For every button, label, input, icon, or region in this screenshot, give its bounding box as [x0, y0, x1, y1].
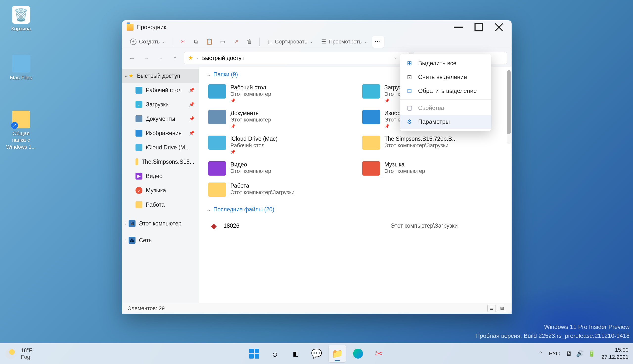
dropdown-icon[interactable]: ⌄ [394, 55, 397, 62]
shared-folder-label: Общая папка с Windows 1... [5, 130, 37, 150]
network-tray-icon[interactable]: 🖥 [566, 350, 572, 357]
clock[interactable]: 15:00 27.12.2021 [601, 346, 628, 360]
sidebar-pictures[interactable]: Изображения📌 [122, 126, 199, 140]
folder-icon [135, 201, 142, 208]
menu-label: Обратить выделение [418, 88, 477, 94]
edge-button[interactable] [349, 345, 367, 362]
taskbar[interactable]: 18°F Fog ⌕ ◧ 💬 📁 ✂ ⌃ РУС 🖥 🔊 🔋 15:00 27.… [0, 343, 633, 364]
rename-icon: ▭ [220, 38, 225, 45]
address-bar[interactable]: ★ › Быстрый доступ ⌄ ⟳ [184, 52, 410, 64]
network-icon: 🖧 [129, 237, 135, 244]
recycle-bin-label: Корзина [5, 25, 37, 32]
minimize-button[interactable] [448, 21, 469, 34]
desktop[interactable]: 🗑️ Корзина Mac Files ↗ Общая папка с Win… [0, 0, 633, 364]
titlebar[interactable]: Проводник [122, 20, 512, 34]
desktop-icon-recycle-bin[interactable]: 🗑️ Корзина [5, 6, 37, 32]
rename-button[interactable]: ▭ [217, 36, 229, 48]
sidebar-label: Загрузки [146, 101, 169, 108]
sidebar-label: Быстрый доступ [137, 72, 180, 79]
chat-button[interactable]: 💬 [308, 345, 325, 362]
snipping-tool-button[interactable]: ✂ [370, 345, 387, 362]
chevron-down-icon[interactable]: ⌄ [124, 74, 128, 78]
scrollbar[interactable] [507, 70, 511, 144]
breadcrumb-current[interactable]: Быстрый доступ [201, 55, 245, 62]
desktop-icon-mac-files[interactable]: Mac Files [5, 55, 37, 81]
folder-location: Этот компьютер [231, 116, 271, 123]
taskbar-center: ⌕ ◧ 💬 📁 ✂ [246, 345, 387, 362]
options-icon: ⚙ [406, 118, 413, 126]
chevron-right-icon[interactable]: › [124, 221, 128, 226]
folder-item[interactable]: ДокументыЭтот компьютер📌 [206, 108, 350, 131]
watermark: Windows 11 Pro Insider Preview Пробная в… [476, 322, 629, 340]
sidebar-work[interactable]: Работа [122, 198, 199, 212]
sidebar-simpsons[interactable]: The.Simpsons.S15... [122, 154, 199, 169]
recent-section-header[interactable]: ⌄ Последние файлы (20) [206, 206, 504, 213]
share-icon: ↗ [234, 38, 238, 45]
watermark-line1: Windows 11 Pro Insider Preview [476, 322, 629, 332]
folder-item[interactable]: iCloud Drive (Mac)Рабочий стол📌 [206, 134, 350, 156]
explorer-taskbar-button[interactable]: 📁 [329, 345, 346, 362]
up-button[interactable]: ↑ [170, 52, 180, 64]
more-button[interactable]: ··· [372, 36, 384, 48]
forward-button[interactable]: → [141, 52, 152, 64]
volume-tray-icon[interactable]: 🔊 [576, 350, 583, 357]
sidebar-label: Рабочий стол [146, 87, 181, 94]
menu-invert-selection[interactable]: ⊟Обратить выделение [400, 84, 491, 98]
sidebar-videos[interactable]: ▶Видео [122, 169, 199, 183]
history-button[interactable]: ⌄ [155, 52, 166, 64]
delete-button[interactable]: 🗑 [244, 36, 255, 48]
menu-options[interactable]: ⚙Параметры [400, 115, 491, 129]
task-view-button[interactable]: ◧ [287, 345, 304, 362]
sort-button[interactable]: ↑↓ Сортировать ⌄ [264, 36, 316, 48]
folder-item[interactable]: МузыкаЭтот компьютер [360, 159, 504, 178]
tray-chevron-icon[interactable]: ⌃ [539, 350, 543, 357]
windows-icon [249, 349, 259, 358]
tiles-view-button[interactable]: ▦ [498, 305, 506, 312]
weather-condition: Fog [21, 354, 32, 360]
menu-properties[interactable]: ▢Свойства [400, 101, 491, 115]
scrollbar-thumb[interactable] [507, 70, 511, 134]
pictures-icon [135, 130, 142, 136]
details-view-button[interactable]: ☰ [487, 305, 496, 312]
language-indicator[interactable]: РУС [549, 350, 560, 357]
copy-button[interactable]: ⧉ [190, 36, 202, 48]
folder-item[interactable]: The.Simpsons.S15.720p.B...Этот компьютер… [360, 134, 504, 156]
navigation-pane[interactable]: ⌄ ★ Быстрый доступ Рабочий стол📌 ↓Загруз… [122, 67, 199, 303]
sidebar-icloud[interactable]: iCloud Drive (M... [122, 140, 199, 154]
folder-item[interactable]: ВидеоЭтот компьютер [206, 159, 350, 178]
share-button[interactable]: ↗ [230, 36, 242, 48]
chevron-right-icon[interactable]: › [124, 238, 128, 242]
folder-icon [208, 182, 226, 197]
sidebar-downloads[interactable]: ↓Загрузки📌 [122, 97, 199, 112]
taskbar-weather[interactable]: 18°F Fog [0, 347, 32, 360]
new-button[interactable]: + Создать ⌄ [127, 36, 169, 48]
back-button[interactable]: ← [127, 52, 137, 64]
sidebar-network[interactable]: ›🖧Сеть [122, 233, 199, 248]
maximize-button[interactable] [469, 21, 489, 34]
folder-location: Рабочий стол [231, 142, 277, 149]
watermark-line2: Пробная версия. Build 22523.rs_prereleas… [476, 332, 629, 340]
start-button[interactable] [246, 345, 263, 362]
system-tray[interactable]: ⌃ РУС 🖥 🔊 🔋 15:00 27.12.2021 [539, 346, 633, 360]
cut-button[interactable]: ✂ [177, 36, 189, 48]
sidebar-this-pc[interactable]: ›🖥Этот компьютер [122, 216, 199, 231]
menu-select-all[interactable]: ⊞Выделить все [400, 56, 491, 70]
recent-file-row[interactable]: ◆ 18026 Этот компьютер\Загрузки [206, 217, 504, 234]
battery-tray-icon[interactable]: 🔋 [588, 350, 595, 357]
desktop-icon-shared-folder[interactable]: ↗ Общая папка с Windows 1... [5, 111, 37, 150]
sidebar-quick-access[interactable]: ⌄ ★ Быстрый доступ [122, 69, 199, 83]
sidebar-documents[interactable]: Документы📌 [122, 112, 199, 126]
folders-header-label: Папки (9) [214, 71, 238, 78]
sidebar-desktop[interactable]: Рабочий стол📌 [122, 83, 199, 97]
search-button[interactable]: ⌕ [266, 345, 284, 362]
recycle-bin-icon: 🗑️ [12, 6, 30, 24]
paste-button[interactable]: 📋 [203, 36, 215, 48]
folder-item[interactable]: РаботаЭтот компьютер\Загрузки [206, 180, 350, 199]
view-button[interactable]: ☰ Просмотреть ⌄ [318, 36, 371, 48]
sidebar-music[interactable]: ♪Музыка [122, 183, 199, 198]
folder-item[interactable]: Рабочий столЭтот компьютер📌 [206, 82, 350, 105]
menu-deselect[interactable]: ⊡Снять выделение [400, 70, 491, 84]
close-button[interactable] [489, 21, 509, 34]
pin-icon: 📌 [231, 150, 277, 154]
downloads-icon: ↓ [135, 101, 142, 108]
